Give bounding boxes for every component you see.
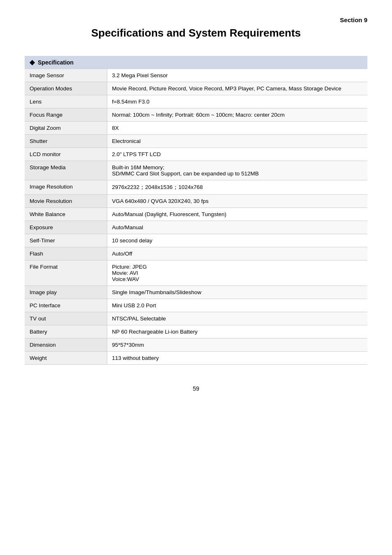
table-row: Storage MediaBuilt-in 16M Memory;SD/MMC … [25,161,367,180]
spec-label: Image Resolution [25,180,107,195]
table-row: ShutterElectronical [25,135,367,148]
table-row: FlashAuto/Off [25,247,367,260]
section-label: Section 9 [25,16,367,23]
spec-value: 95*57*30mm [107,339,367,352]
table-row: BatteryNP 60 Rechargeable Li-ion Battery [25,325,367,339]
spec-value: NP 60 Rechargeable Li-ion Battery [107,325,367,339]
spec-header-label: Specification [38,59,74,66]
page-number: 59 [25,385,367,392]
spec-label: Dimension [25,339,107,352]
spec-label: TV out [25,312,107,325]
table-row: LCD monitor2.0" LTPS TFT LCD [25,148,367,161]
spec-section: ◆ Specification Image Sensor3.2 Mega Pix… [25,56,367,365]
spec-header: ◆ Specification [25,56,367,69]
spec-value: Normal: 100cm ~ Infinity; Portrait: 60cm… [107,108,367,122]
table-row: File FormatPicture: JPEGMovie: AVIVoice:… [25,260,367,286]
spec-label: Exposure [25,221,107,234]
table-row: White BalanceAuto/Manual (Daylight, Fluo… [25,208,367,221]
spec-label: Focus Range [25,108,107,122]
spec-value: f=8.54mm F3.0 [107,95,367,108]
page-title: Specifications and System Requirements [25,27,367,39]
table-row: ExposureAuto/Manual [25,221,367,234]
table-row: Self-Timer10 second delay [25,234,367,247]
spec-label: LCD monitor [25,148,107,161]
spec-value: Mini USB 2.0 Port [107,299,367,312]
spec-value: NTSC/PAL Selectable [107,312,367,325]
spec-value: 8X [107,122,367,135]
spec-label: Image Sensor [25,69,107,82]
spec-label: File Format [25,260,107,286]
spec-value: Built-in 16M Memory;SD/MMC Card Slot Sup… [107,161,367,180]
spec-table: Image Sensor3.2 Mega Pixel SensorOperati… [25,69,367,365]
spec-label: Storage Media [25,161,107,180]
table-row: Focus RangeNormal: 100cm ~ Infinity; Por… [25,108,367,122]
table-row: Digital Zoom8X [25,122,367,135]
table-row: Image playSingle Image/Thumbnails/Slides… [25,286,367,299]
table-row: Operation ModesMovie Record, Picture Rec… [25,82,367,95]
spec-value: 2.0" LTPS TFT LCD [107,148,367,161]
table-row: PC InterfaceMini USB 2.0 Port [25,299,367,312]
spec-label: Lens [25,95,107,108]
spec-label: Battery [25,325,107,339]
spec-label: White Balance [25,208,107,221]
spec-value: VGA 640x480 / QVGA 320X240, 30 fps [107,195,367,208]
spec-value: 113 without battery [107,352,367,365]
table-row: Image Resolution2976x2232；2048x1536；1024… [25,180,367,195]
table-row: Image Sensor3.2 Mega Pixel Sensor [25,69,367,82]
spec-label: Self-Timer [25,234,107,247]
spec-label: Weight [25,352,107,365]
table-row: Weight113 without battery [25,352,367,365]
table-row: Lensf=8.54mm F3.0 [25,95,367,108]
spec-value: Picture: JPEGMovie: AVIVoice:WAV [107,260,367,286]
spec-label: Operation Modes [25,82,107,95]
spec-value: 3.2 Mega Pixel Sensor [107,69,367,82]
table-row: Movie ResolutionVGA 640x480 / QVGA 320X2… [25,195,367,208]
spec-label: Shutter [25,135,107,148]
spec-value: Single Image/Thumbnails/Slideshow [107,286,367,299]
table-row: Dimension95*57*30mm [25,339,367,352]
spec-value: Auto/Off [107,247,367,260]
spec-value: Electronical [107,135,367,148]
spec-label: Flash [25,247,107,260]
spec-value: Movie Record, Picture Record, Voice Reco… [107,82,367,95]
table-row: TV outNTSC/PAL Selectable [25,312,367,325]
spec-value: 2976x2232；2048x1536；1024x768 [107,180,367,195]
spec-label: PC Interface [25,299,107,312]
spec-value: Auto/Manual (Daylight, Fluorescent, Tung… [107,208,367,221]
diamond-icon: ◆ [30,58,35,66]
spec-value: Auto/Manual [107,221,367,234]
spec-label: Digital Zoom [25,122,107,135]
spec-label: Movie Resolution [25,195,107,208]
spec-label: Image play [25,286,107,299]
spec-value: 10 second delay [107,234,367,247]
